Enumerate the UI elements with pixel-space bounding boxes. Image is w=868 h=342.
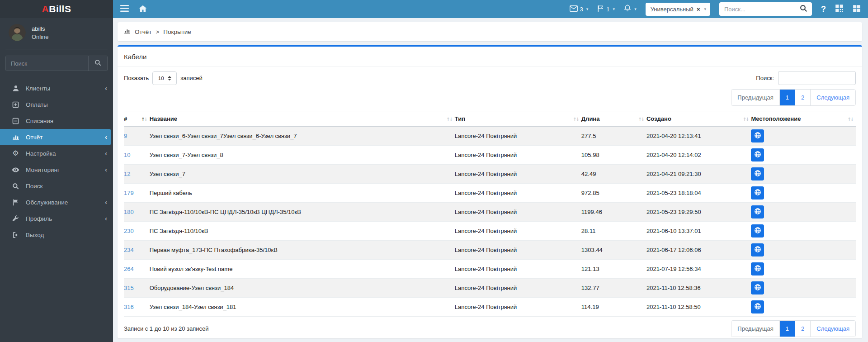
globe-icon [754,189,761,197]
table-row: 179 Перший кабель Lancore-24 Повітряний … [124,184,856,203]
home-icon [139,5,147,14]
pagination-prev[interactable]: Предыдущая [731,321,780,337]
location-button[interactable] [751,148,764,162]
column-header-id[interactable]: # [124,111,150,127]
sidebar-search-button[interactable] [88,56,107,71]
row-id-link[interactable]: 264 [124,266,134,272]
gear-icon: ⚙ [11,150,20,157]
global-search-input[interactable] [719,2,795,16]
sidebar-item-settings[interactable]: ⚙ Настройка [0,145,113,162]
sidebar: ABillS abills Online [0,0,113,342]
cell-type: Lancore-24 Повітряний [455,260,581,279]
sidebar-item-payments[interactable]: Оплаты [0,96,113,113]
sort-icon [446,116,452,121]
pagination-page-1[interactable]: 1 [780,90,795,105]
pagination-prev[interactable]: Предыдущая [731,90,780,105]
cell-type: Lancore-24 Повітряний [455,184,581,203]
filter-remove-button[interactable]: × [697,6,700,13]
cell-length: 132.77 [581,279,646,298]
globe-icon [754,170,761,178]
cell-type: Lancore-24 Повітряний [455,279,581,298]
column-header-name[interactable]: Название [150,111,455,127]
row-id-link[interactable]: 12 [124,171,130,177]
table-row: 9 Узел связи_6-Узел связи_7Узел связи_6-… [124,127,856,146]
profile-filter-select[interactable]: Универсальный × [646,3,710,16]
table-row: 12 Узел связи_7 Lancore-24 Повітряний 42… [124,165,856,184]
row-id-link[interactable]: 315 [124,285,134,291]
notifications-dropdown[interactable] [624,5,637,14]
app-root: ABillS abills Online [0,0,868,342]
sidebar-toggle-button[interactable] [120,5,129,13]
location-button[interactable] [751,167,764,180]
breadcrumb-separator: > [156,28,159,35]
column-header-type[interactable]: Тип [455,111,581,127]
sidebar-item-service[interactable]: Обслуживание [0,194,113,210]
sidebar-item-label: Мониторинг [26,166,60,173]
row-id-link[interactable]: 10 [124,152,130,158]
row-id-link[interactable]: 179 [124,190,134,196]
cell-name: Первая муфта_173-ПС Птахофабрика-35/10кВ [150,241,455,260]
row-id-link[interactable]: 9 [124,133,127,139]
row-id-link[interactable]: 234 [124,247,134,253]
cell-created: 2021-04-20 12:13:41 [646,127,751,146]
location-button[interactable] [751,224,764,238]
table-search-input[interactable] [778,71,856,85]
sidebar-item-search[interactable]: Поиск [0,178,113,194]
table-toolbar: Показать 10 записей Поиск: [124,71,856,85]
column-header-created[interactable]: Создано [646,111,751,127]
row-id-link[interactable]: 230 [124,228,134,234]
sidebar-item-label: Клиенты [26,85,50,92]
chevron-left-icon [105,85,107,91]
page-size-stepper[interactable]: 10 [152,71,177,85]
search-icon [94,59,101,67]
table-row: 234 Первая муфта_173-ПС Птахофабрика-35/… [124,241,856,260]
pagination-next[interactable]: Следующая [811,321,855,337]
sidebar-item-label: Поиск [26,183,42,190]
sidebar-menu: Клиенты Оплаты Списания Отчёт [0,80,113,243]
sidebar-item-monitoring[interactable]: Мониторинг [0,162,113,178]
bar-chart-icon [11,133,20,141]
location-button[interactable] [751,186,764,200]
qrcode-button[interactable] [835,4,844,14]
location-button[interactable] [751,281,764,294]
sidebar-item-logout[interactable]: Выход [0,227,113,243]
globe-icon [754,151,761,159]
cell-created: 2021-11-10 12:58:36 [646,279,751,298]
help-button[interactable]: ? [821,5,826,14]
home-button[interactable] [139,5,147,14]
location-button[interactable] [751,129,764,142]
table-row: 230 ПС Загвіздя-110/10кВ Lancore-24 Пові… [124,222,856,241]
pagination-page-2[interactable]: 2 [795,321,811,337]
location-button[interactable] [751,205,764,218]
pagination-next[interactable]: Следующая [811,90,855,105]
location-button[interactable] [751,300,764,314]
sort-icon [638,116,644,121]
apps-grid-button[interactable] [853,5,861,14]
sidebar-item-charges[interactable]: Списания [0,113,113,129]
row-id-link[interactable]: 180 [124,209,134,215]
location-button[interactable] [751,262,764,276]
flags-dropdown[interactable]: 1 [597,5,615,14]
column-header-length[interactable]: Длина [581,111,646,127]
caret-down-icon [704,7,706,11]
sidebar-search-input[interactable] [6,56,88,71]
sidebar-item-report[interactable]: Отчёт [0,129,111,145]
sidebar-item-clients[interactable]: Клиенты [0,80,113,96]
sidebar-item-profile[interactable]: Профиль [0,210,113,227]
user-panel[interactable]: abills Online [0,18,113,46]
pagination-top: Предыдущая 1 2 Следующая [731,89,856,106]
pagination-page-1[interactable]: 1 [780,321,795,337]
messages-dropdown[interactable]: 3 [570,5,589,13]
globe-icon [754,265,761,273]
column-header-location[interactable]: Местоположение [751,111,856,127]
breadcrumb-link-report[interactable]: Отчёт [135,28,151,35]
location-button[interactable] [751,243,764,256]
global-search-button[interactable] [795,2,812,16]
chevron-left-icon [105,215,107,222]
pagination-page-2[interactable]: 2 [795,90,811,105]
row-id-link[interactable]: 316 [124,304,134,310]
table-row: 180 ПС Загвіздя-110/10кВ-ПС ЦНДЛ-35/10кВ… [124,203,856,222]
cell-created: 2021-04-21 09:21:30 [646,165,751,184]
stepper-arrows-icon [168,76,171,81]
cell-type: Lancore-24 Повітряний [455,241,581,260]
